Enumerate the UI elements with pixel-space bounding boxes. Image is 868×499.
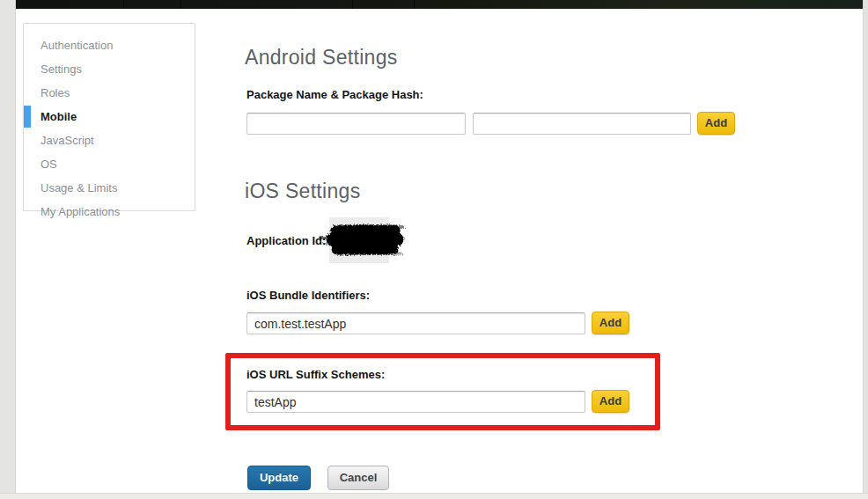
window-edge-right [863,0,868,499]
window-edge-left [0,0,16,499]
ios-settings-title: iOS Settings [245,180,360,203]
sidebar-item-settings[interactable]: Settings [24,57,195,81]
top-bar-separator [123,0,124,9]
sidebar-item-label: Mobile [40,110,77,123]
ios-suffix-add-button[interactable]: Add [592,390,629,413]
ios-url-suffix-schemes-label: iOS URL Suffix Schemes: [246,368,385,381]
settings-sidebar: Authentication Settings Roles Mobile Jav… [23,23,195,211]
sidebar-item-authentication[interactable]: Authentication [24,33,195,57]
ios-url-suffix-input[interactable] [246,391,585,413]
redaction-scribble [313,220,405,261]
application-id-redacted-value [329,217,389,263]
top-bar-separator [352,0,353,9]
package-name-hash-label: Package Name & Package Hash: [246,88,423,101]
android-settings-title: Android Settings [245,46,398,70]
sidebar-item-roles[interactable]: Roles [24,81,195,105]
ios-bundle-identifier-input[interactable] [246,312,585,334]
sidebar-item-usage-limits[interactable]: Usage & Limits [24,176,195,200]
ios-bundle-identifiers-label: iOS Bundle Identifiers: [246,289,370,302]
sidebar-item-os[interactable]: OS [24,152,195,176]
android-add-button[interactable]: Add [697,112,735,135]
sidebar-item-javascript[interactable]: JavaScript [24,128,195,152]
cancel-button[interactable]: Cancel [327,466,389,490]
package-hash-input[interactable] [473,113,691,135]
window-edge-bottom [0,493,868,499]
browser-top-bar [16,0,863,9]
package-name-input[interactable] [246,113,466,135]
sidebar-item-my-applications[interactable]: My Applications [24,200,195,224]
top-bar-separator [414,0,415,9]
sidebar-item-mobile[interactable]: Mobile [24,105,195,128]
top-bar-separator [180,0,181,9]
ios-bundle-add-button[interactable]: Add [592,312,629,334]
update-button[interactable]: Update [247,466,311,490]
active-item-marker [24,106,31,128]
